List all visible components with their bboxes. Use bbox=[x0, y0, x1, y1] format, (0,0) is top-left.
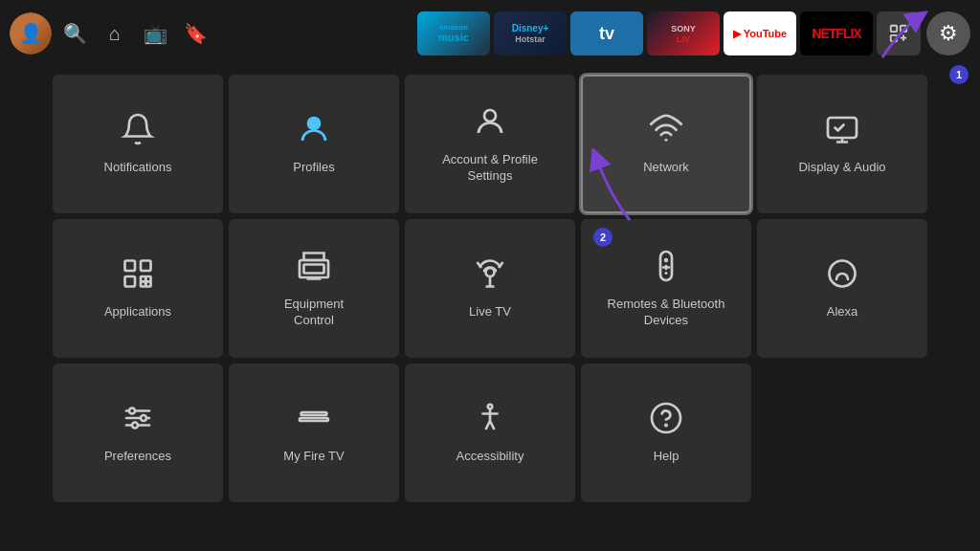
help-icon bbox=[649, 401, 683, 439]
svg-rect-11 bbox=[125, 276, 136, 287]
grid-item-account[interactable]: Account & ProfileSettings bbox=[405, 75, 575, 213]
home-icon[interactable]: ⌂ bbox=[98, 16, 132, 51]
remote-icon bbox=[649, 249, 683, 287]
grid-item-profiles[interactable]: Profiles bbox=[229, 75, 399, 213]
apps-icon bbox=[121, 256, 155, 295]
notifications-label: Notifications bbox=[104, 160, 172, 176]
grid-item-display-audio[interactable]: Display & Audio bbox=[757, 75, 927, 213]
bookmark-icon[interactable]: 🔖 bbox=[178, 16, 212, 51]
svg-rect-31 bbox=[301, 412, 327, 415]
grid-item-preferences[interactable]: Preferences bbox=[53, 364, 223, 502]
sliders-icon bbox=[121, 401, 155, 439]
profiles-icon bbox=[297, 112, 331, 150]
app-all-apps[interactable] bbox=[877, 11, 921, 55]
live-tv-label: Live TV bbox=[469, 304, 511, 320]
wifi-icon bbox=[649, 112, 683, 150]
grid-item-help[interactable]: Help bbox=[581, 364, 751, 502]
alexa-icon bbox=[825, 256, 859, 295]
settings-grid: Notifications Profiles Account & Profile… bbox=[0, 67, 980, 510]
accessibility-icon bbox=[473, 401, 507, 439]
svg-rect-15 bbox=[145, 281, 150, 286]
svg-point-35 bbox=[665, 425, 667, 427]
tv-icon[interactable]: 📺 bbox=[138, 16, 172, 51]
grid-item-live-tv[interactable]: Live TV bbox=[405, 219, 575, 358]
app-netflix[interactable]: NETFLIX bbox=[800, 11, 873, 55]
svg-rect-0 bbox=[891, 26, 897, 32]
svg-point-34 bbox=[652, 404, 680, 432]
account-label: Account & ProfileSettings bbox=[442, 152, 538, 185]
alexa-label: Alexa bbox=[827, 304, 858, 320]
svg-point-28 bbox=[129, 408, 135, 414]
bell-icon bbox=[121, 112, 155, 150]
svg-point-7 bbox=[665, 139, 668, 142]
app-sony[interactable]: SONY LIV bbox=[647, 11, 720, 55]
svg-point-20 bbox=[664, 257, 669, 262]
accessibility-label: Accessibility bbox=[457, 449, 524, 465]
preferences-label: Preferences bbox=[104, 449, 171, 465]
top-nav: 👤 🔍 ⌂ 📺 🔖 amazonmusic Disney+ Hotstar tv… bbox=[0, 0, 980, 67]
grid-item-equipment[interactable]: EquipmentControl bbox=[229, 219, 399, 358]
search-icon[interactable]: 🔍 bbox=[57, 16, 92, 51]
app-tv[interactable]: tv bbox=[570, 11, 643, 55]
svg-point-33 bbox=[488, 405, 493, 409]
remotes-label: Remotes & BluetoothDevices bbox=[608, 297, 725, 329]
firetv-icon bbox=[297, 401, 331, 439]
antenna-icon bbox=[473, 256, 507, 295]
equipment-label: EquipmentControl bbox=[284, 297, 344, 329]
applications-label: Applications bbox=[104, 304, 171, 320]
avatar[interactable]: 👤 bbox=[10, 12, 52, 55]
svg-rect-2 bbox=[891, 35, 897, 41]
svg-rect-10 bbox=[141, 261, 151, 272]
network-label: Network bbox=[643, 160, 689, 176]
svg-rect-17 bbox=[304, 264, 324, 273]
grid-item-myfiretv[interactable]: My Fire TV bbox=[229, 364, 399, 502]
svg-rect-1 bbox=[901, 26, 906, 32]
app-youtube[interactable]: ▶ YouTube bbox=[724, 11, 796, 55]
settings-button[interactable]: ⚙ bbox=[926, 11, 970, 55]
app-hotstar[interactable]: Disney+ Hotstar bbox=[494, 11, 567, 55]
account-icon bbox=[473, 104, 507, 143]
svg-point-30 bbox=[132, 423, 138, 429]
grid-item-network[interactable]: Network bbox=[581, 75, 751, 213]
profiles-label: Profiles bbox=[293, 160, 334, 176]
app-icons-bar: amazonmusic Disney+ Hotstar tv SONY LIV … bbox=[417, 11, 921, 55]
avatar-image: 👤 bbox=[10, 12, 52, 55]
svg-point-23 bbox=[665, 272, 668, 275]
app-amazon-music[interactable]: amazonmusic bbox=[417, 11, 490, 55]
grid-item-accessibility[interactable]: Accessibility bbox=[405, 364, 575, 502]
help-label: Help bbox=[654, 449, 679, 465]
svg-point-5 bbox=[308, 118, 320, 129]
grid-item-applications[interactable]: Applications bbox=[53, 219, 223, 358]
svg-point-6 bbox=[484, 110, 496, 121]
display-icon bbox=[825, 112, 859, 150]
grid-item-alexa[interactable]: Alexa bbox=[757, 219, 927, 358]
myfiretv-label: My Fire TV bbox=[283, 449, 344, 465]
svg-point-29 bbox=[141, 415, 146, 421]
svg-rect-32 bbox=[300, 418, 328, 421]
equipment-icon bbox=[297, 249, 331, 287]
display-audio-label: Display & Audio bbox=[798, 160, 885, 176]
grid-item-remotes[interactable]: Remotes & BluetoothDevices bbox=[581, 219, 751, 358]
svg-rect-9 bbox=[125, 261, 136, 272]
grid-item-notifications[interactable]: Notifications bbox=[53, 75, 223, 213]
empty-cell bbox=[757, 364, 927, 502]
